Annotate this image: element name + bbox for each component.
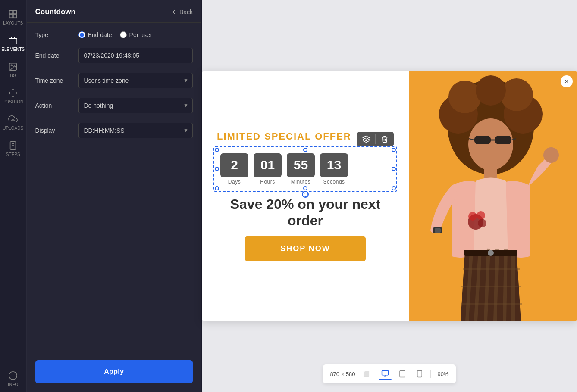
countdown-boxes: 2 Days 01 Hours 55 Minutes 13 Seconds bbox=[220, 153, 390, 185]
svg-rect-2 bbox=[9, 15, 13, 18]
settings-panel: Countdown Back Type End date Per user bbox=[27, 0, 202, 392]
per-user-radio[interactable]: Per user bbox=[120, 31, 152, 38]
svg-rect-4 bbox=[9, 38, 17, 44]
display-field-row: Display DD:HH:MM:SS HH:MM:SS MM:SS ▼ bbox=[35, 123, 193, 138]
end-date-radio-input[interactable] bbox=[78, 31, 85, 38]
handle-br[interactable] bbox=[392, 186, 396, 190]
end-date-field-row: End date bbox=[35, 48, 193, 63]
timezone-control: User's time zone UTC EST PST GMT ▼ bbox=[78, 73, 193, 88]
action-field-row: Action Do nothing Hide element Redirect … bbox=[35, 98, 193, 113]
action-label: Action bbox=[35, 102, 74, 109]
timezone-label: Time zone bbox=[35, 77, 74, 84]
apply-button[interactable]: Apply bbox=[35, 360, 193, 383]
minutes-label: Minutes bbox=[291, 179, 311, 185]
rotate-handle[interactable] bbox=[302, 191, 309, 198]
handle-bm[interactable] bbox=[303, 186, 307, 190]
seconds-unit: 13 Seconds bbox=[320, 153, 348, 185]
end-date-radio[interactable]: End date bbox=[78, 31, 112, 38]
type-field-row: Type End date Per user bbox=[35, 31, 193, 38]
view-divider-1 bbox=[374, 370, 374, 378]
sidebar-item-bg[interactable]: BG bbox=[0, 57, 26, 83]
end-date-label: End date bbox=[35, 52, 74, 59]
per-user-radio-input[interactable] bbox=[120, 31, 127, 38]
svg-point-42 bbox=[488, 250, 494, 256]
svg-point-23 bbox=[476, 75, 506, 106]
panel-title: Countdown bbox=[35, 8, 166, 16]
svg-rect-0 bbox=[9, 11, 13, 14]
handle-ml[interactable] bbox=[215, 167, 219, 171]
countdown-wrapper[interactable]: 2 Days 01 Hours 55 Minutes 13 Seconds bbox=[217, 150, 394, 188]
svg-line-36 bbox=[505, 249, 506, 321]
view-divider-2 bbox=[430, 370, 431, 378]
desktop-view-button[interactable] bbox=[379, 368, 392, 380]
handle-tl[interactable] bbox=[215, 148, 219, 152]
svg-rect-48 bbox=[435, 228, 441, 233]
end-date-control bbox=[78, 48, 193, 63]
handle-tm[interactable] bbox=[303, 148, 307, 152]
sidebar-item-info[interactable]: INFO bbox=[0, 366, 26, 392]
icon-sidebar: LAYOUTS ELEMENTS BG POSITION UPLOADS bbox=[0, 0, 27, 392]
hours-label: Hours bbox=[260, 179, 275, 185]
end-date-input[interactable] bbox=[78, 48, 193, 63]
svg-point-6 bbox=[11, 65, 13, 66]
sidebar-item-position[interactable]: POSITION bbox=[0, 83, 26, 109]
preview-right-image: ✕ bbox=[409, 71, 577, 321]
shop-now-button[interactable]: SHOP NOW bbox=[245, 236, 366, 261]
handle-tr[interactable] bbox=[392, 148, 396, 152]
save-text: Save 20% on your next order bbox=[217, 196, 394, 229]
seconds-label: Seconds bbox=[323, 179, 345, 185]
svg-line-35 bbox=[495, 249, 497, 321]
sidebar-item-elements[interactable]: ELEMENTS bbox=[0, 31, 26, 57]
days-label: Days bbox=[228, 179, 241, 185]
card-close-button[interactable]: ✕ bbox=[561, 75, 573, 87]
type-label: Type bbox=[35, 31, 74, 38]
svg-point-45 bbox=[477, 211, 485, 220]
zoom-level-text: 90% bbox=[438, 371, 449, 377]
tablet-view-button[interactable] bbox=[396, 368, 409, 380]
action-select[interactable]: Do nothing Hide element Redirect bbox=[78, 98, 193, 113]
delete-toolbar-button[interactable] bbox=[376, 132, 394, 146]
svg-rect-49 bbox=[382, 370, 388, 375]
display-select[interactable]: DD:HH:MM:SS HH:MM:SS MM:SS bbox=[78, 123, 193, 138]
size-icon: ⬜ bbox=[363, 371, 370, 377]
handle-mr[interactable] bbox=[392, 167, 396, 171]
element-toolbar bbox=[357, 132, 394, 146]
timezone-field-row: Time zone User's time zone UTC EST PST G… bbox=[35, 73, 193, 88]
svg-marker-16 bbox=[363, 136, 370, 139]
type-radio-group: End date Per user bbox=[78, 31, 193, 38]
seconds-box: 13 bbox=[320, 153, 348, 177]
action-control: Do nothing Hide element Redirect ▼ bbox=[78, 98, 193, 113]
svg-rect-1 bbox=[13, 11, 16, 14]
svg-rect-3 bbox=[13, 15, 16, 18]
hours-box: 01 bbox=[254, 153, 282, 177]
handle-bl[interactable] bbox=[215, 186, 219, 190]
display-label: Display bbox=[35, 127, 74, 134]
preview-card: LIMITED SPECIAL OFFER bbox=[202, 71, 577, 321]
days-unit: 2 Days bbox=[220, 153, 248, 185]
back-button[interactable]: Back bbox=[170, 9, 193, 16]
woman-illustration bbox=[409, 71, 577, 321]
panel-content: Type End date Per user End date Time zon… bbox=[27, 23, 202, 354]
sidebar-item-uploads[interactable]: UPLOADS bbox=[0, 109, 26, 136]
preview-left: LIMITED SPECIAL OFFER bbox=[202, 71, 409, 321]
minutes-unit: 55 Minutes bbox=[287, 153, 315, 185]
card-size-text: 870 × 580 bbox=[330, 371, 355, 377]
sidebar-item-steps[interactable]: STEPS bbox=[0, 136, 26, 162]
svg-point-44 bbox=[468, 212, 477, 221]
svg-point-46 bbox=[478, 219, 486, 227]
hours-unit: 01 Hours bbox=[254, 153, 282, 185]
canvas-area: LIMITED SPECIAL OFFER bbox=[202, 0, 577, 392]
timezone-select[interactable]: User's time zone UTC EST PST GMT bbox=[78, 73, 193, 88]
days-box: 2 bbox=[220, 153, 248, 177]
panel-header: Countdown Back bbox=[27, 0, 202, 23]
minutes-box: 55 bbox=[287, 153, 315, 177]
status-bar: 870 × 580 ⬜ 90% bbox=[323, 364, 455, 383]
svg-rect-25 bbox=[474, 136, 491, 144]
mobile-view-button[interactable] bbox=[413, 368, 426, 380]
sidebar-item-layouts[interactable]: LAYOUTS bbox=[0, 4, 26, 31]
svg-rect-26 bbox=[495, 136, 511, 144]
svg-point-21 bbox=[448, 81, 481, 113]
layers-toolbar-button[interactable] bbox=[357, 132, 375, 146]
svg-point-31 bbox=[543, 147, 559, 163]
display-control: DD:HH:MM:SS HH:MM:SS MM:SS ▼ bbox=[78, 123, 193, 138]
